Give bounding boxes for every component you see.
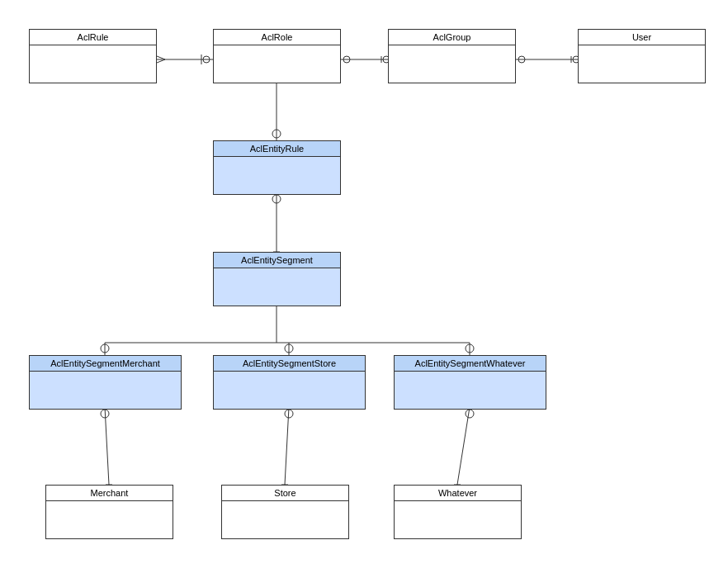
- box-body-AclGroup: [389, 45, 515, 83]
- box-body-AclEntitySegment: [214, 268, 340, 306]
- svg-point-15: [518, 56, 525, 63]
- svg-line-33: [105, 407, 109, 485]
- box-label-AclEntitySegmentStore: AclEntitySegmentStore: [214, 356, 365, 372]
- svg-point-30: [101, 344, 109, 353]
- svg-point-4: [203, 56, 210, 63]
- box-Merchant: Merchant: [45, 485, 173, 539]
- svg-point-22: [272, 195, 281, 203]
- box-body-AclEntitySegmentStore: [214, 372, 365, 409]
- svg-point-20: [272, 130, 281, 138]
- box-label-Merchant: Merchant: [46, 486, 173, 501]
- box-label-AclEntitySegmentWhatever: AclEntitySegmentWhatever: [395, 356, 546, 372]
- box-body-Merchant: [46, 501, 173, 538]
- svg-point-9: [343, 56, 350, 63]
- box-label-AclGroup: AclGroup: [389, 30, 515, 45]
- box-label-AclEntitySegmentMerchant: AclEntitySegmentMerchant: [30, 356, 181, 372]
- box-User: User: [578, 29, 706, 83]
- svg-point-40: [466, 410, 474, 418]
- box-AclEntityRule: AclEntityRule: [213, 140, 341, 195]
- box-Store: Store: [221, 485, 349, 539]
- svg-line-1: [157, 56, 165, 59]
- box-label-AclEntityRule: AclEntityRule: [214, 141, 340, 157]
- box-AclEntitySegment: AclEntitySegment: [213, 252, 341, 306]
- box-Whatever: Whatever: [394, 485, 522, 539]
- box-AclEntitySegmentStore: AclEntitySegmentStore: [213, 355, 366, 410]
- box-body-AclEntityRule: [214, 157, 340, 194]
- box-AclRole: AclRole: [213, 29, 341, 83]
- svg-line-2: [157, 59, 165, 63]
- box-body-Whatever: [395, 501, 521, 538]
- box-body-Store: [222, 501, 348, 538]
- box-body-User: [579, 45, 705, 83]
- svg-point-37: [285, 410, 293, 418]
- box-AclRule: AclRule: [29, 29, 157, 83]
- box-AclEntitySegmentMerchant: AclEntitySegmentMerchant: [29, 355, 182, 410]
- box-AclEntitySegmentWhatever: AclEntitySegmentWhatever: [394, 355, 546, 410]
- svg-point-31: [285, 344, 293, 353]
- box-label-AclRule: AclRule: [30, 30, 156, 45]
- box-body-AclRule: [30, 45, 156, 83]
- box-body-AclRole: [214, 45, 340, 83]
- box-label-AclRole: AclRole: [214, 30, 340, 45]
- svg-line-36: [285, 407, 289, 485]
- box-label-Store: Store: [222, 486, 348, 501]
- svg-point-34: [101, 410, 109, 418]
- svg-point-32: [466, 344, 474, 353]
- svg-line-39: [457, 407, 470, 485]
- box-label-Whatever: Whatever: [395, 486, 521, 501]
- box-label-User: User: [579, 30, 705, 45]
- box-body-AclEntitySegmentMerchant: [30, 372, 181, 409]
- box-label-AclEntitySegment: AclEntitySegment: [214, 253, 340, 268]
- uml-diagram: AclRule AclRole AclGroup User AclEntityR…: [0, 0, 728, 578]
- box-body-AclEntitySegmentWhatever: [395, 372, 546, 409]
- box-AclGroup: AclGroup: [388, 29, 516, 83]
